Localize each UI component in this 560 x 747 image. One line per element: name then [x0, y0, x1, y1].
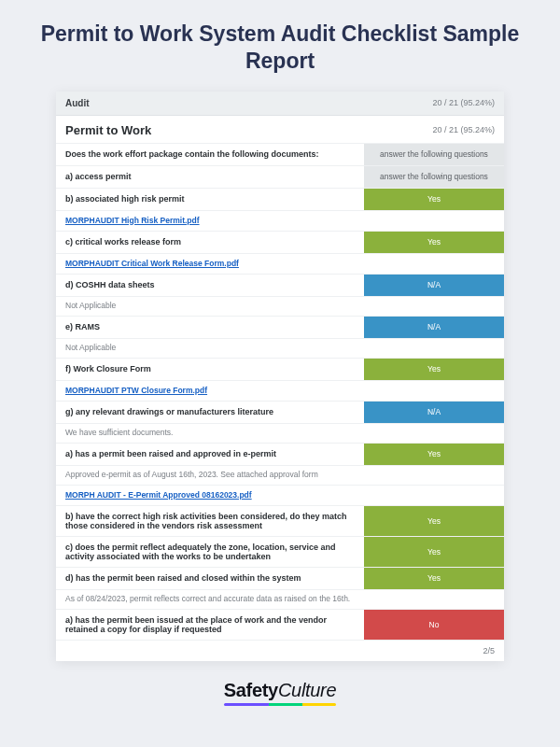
question-text: b) have the correct high risk activities… — [56, 506, 364, 536]
answer-badge: Yes — [364, 568, 504, 589]
audit-score: 20 / 21 (95.24%) — [432, 98, 495, 107]
report-card: Audit 20 / 21 (95.24%) Permit to Work 20… — [56, 92, 504, 661]
attachment-row: MORPH AUDIT - E-Permit Approved 08162023… — [56, 485, 504, 505]
checklist-row: c) critical works release formYes — [56, 231, 504, 253]
note-text: As of 08/24/2023, permit reflects correc… — [56, 589, 504, 609]
checklist-row: e) RAMSN/A — [56, 316, 504, 338]
audit-header: Audit 20 / 21 (95.24%) — [56, 92, 504, 116]
note-text: Not Applicable — [56, 338, 504, 358]
answer-badge: N/A — [364, 402, 504, 423]
attachment-link[interactable]: MORPHAUDIT Critical Work Release Form.pd… — [65, 259, 239, 268]
question-text: e) RAMS — [56, 317, 364, 338]
brand-part2: Culture — [278, 680, 336, 700]
section-header: Permit to Work 20 / 21 (95.24%) — [56, 116, 504, 143]
pager: 2/5 — [56, 640, 504, 661]
attachment-link[interactable]: MORPH AUDIT - E-Permit Approved 08162023… — [65, 490, 252, 500]
attachment-row: MORPHAUDIT PTW Closure Form.pdf — [56, 380, 504, 401]
question-text: a) has a permit been raised and approved… — [56, 444, 364, 465]
question-text: a) has the permit been issued at the pla… — [56, 610, 364, 640]
question-text: g) any relevant drawings or manufacturer… — [56, 402, 364, 423]
answer-badge: answer the following questions — [364, 144, 504, 165]
attachment-link[interactable]: MORPHAUDIT PTW Closure Form.pdf — [65, 386, 207, 395]
question-text: d) has the permit been raised and closed… — [56, 568, 364, 589]
checklist-row: g) any relevant drawings or manufacturer… — [56, 401, 504, 423]
answer-badge: Yes — [364, 232, 504, 253]
answer-badge: Yes — [364, 506, 504, 536]
page-title: Permit to Work System Audit Checklist Sa… — [0, 0, 560, 92]
answer-badge: N/A — [364, 275, 504, 296]
section-title: Permit to Work — [65, 123, 151, 137]
question-text: b) associated high risk permit — [56, 189, 364, 210]
question-text: f) Work Closure Form — [56, 359, 364, 380]
answer-badge: Yes — [364, 189, 504, 210]
note-text: Approved e-permit as of August 16th, 202… — [56, 465, 504, 485]
attachment-row: MORPHAUDIT High Risk Permit.pdf — [56, 210, 504, 231]
question-text: c) does the permit reflect adequately th… — [56, 537, 364, 567]
question-text: a) access permit — [56, 166, 364, 188]
checklist-row: f) Work Closure FormYes — [56, 358, 504, 380]
checklist-row: b) have the correct high risk activities… — [56, 505, 504, 536]
answer-badge: N/A — [364, 317, 504, 338]
checklist-row: b) associated high risk permitYes — [56, 188, 504, 210]
answer-badge: Yes — [364, 537, 504, 567]
question-text: Does the work effort package contain the… — [56, 144, 364, 165]
question-text: d) COSHH data sheets — [56, 275, 364, 296]
checklist-row: d) COSHH data sheetsN/A — [56, 274, 504, 296]
answer-badge: No — [364, 610, 504, 640]
checklist-row: a) has the permit been issued at the pla… — [56, 609, 504, 640]
question-text: c) critical works release form — [56, 232, 364, 253]
answer-badge: Yes — [364, 444, 504, 465]
answer-badge: answer the following questions — [364, 166, 504, 188]
note-text: Not Applicable — [56, 296, 504, 316]
attachment-link[interactable]: MORPHAUDIT High Risk Permit.pdf — [65, 216, 200, 225]
brand-logo: SafetyCulture — [0, 680, 560, 706]
brand-underline — [224, 703, 336, 706]
brand-part1: Safety — [224, 680, 278, 700]
checklist-row: Does the work effort package contain the… — [56, 143, 504, 165]
checklist-rows: Does the work effort package contain the… — [56, 143, 504, 640]
attachment-row: MORPHAUDIT Critical Work Release Form.pd… — [56, 253, 504, 274]
audit-label: Audit — [65, 98, 90, 108]
answer-badge: Yes — [364, 359, 504, 380]
checklist-row: a) has a permit been raised and approved… — [56, 443, 504, 465]
checklist-row: d) has the permit been raised and closed… — [56, 567, 504, 589]
note-text: We have sufficient documents. — [56, 423, 504, 443]
checklist-row: a) access permitanswer the following que… — [56, 165, 504, 188]
checklist-row: c) does the permit reflect adequately th… — [56, 536, 504, 567]
section-score: 20 / 21 (95.24%) — [432, 125, 495, 134]
